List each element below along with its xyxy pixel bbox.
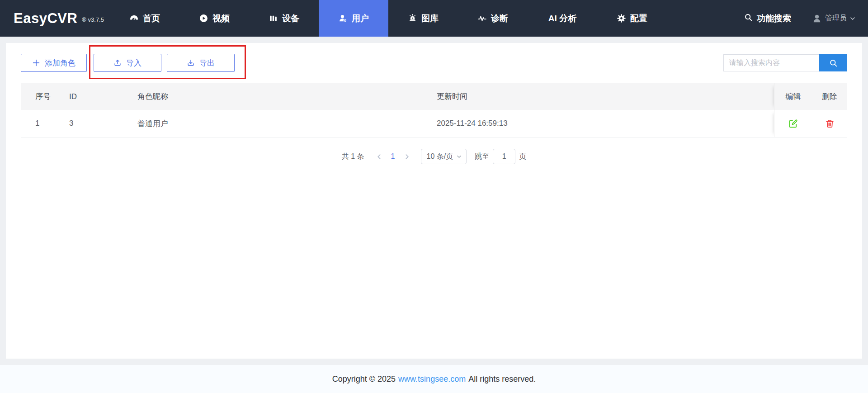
import-button[interactable]: 导入 (94, 54, 161, 72)
chevron-down-icon (457, 154, 462, 159)
chevron-right-icon (404, 154, 410, 160)
edit-icon (788, 119, 798, 128)
jump-prefix-label: 跳至 (475, 152, 489, 161)
prev-page-button[interactable] (372, 154, 387, 160)
top-navbar: EasyCVR ® v3.7.5 首页 视频 设备 用户 图库 诊断 AI 分析 (0, 0, 868, 37)
nav-item-user[interactable]: 用户 (319, 0, 388, 37)
device-icon (269, 14, 278, 23)
column-header-delete: 删除 (812, 83, 847, 110)
chevron-down-icon (850, 16, 855, 21)
add-role-button[interactable]: 添加角色 (21, 54, 87, 72)
column-header-edit: 编辑 (774, 83, 812, 110)
add-role-label: 添加角色 (45, 58, 75, 68)
download-icon (187, 59, 195, 67)
function-search-label: 功能搜索 (757, 13, 791, 24)
plus-icon (32, 59, 40, 67)
avatar-icon (812, 14, 822, 24)
search-button[interactable] (819, 54, 847, 71)
next-page-button[interactable] (400, 154, 415, 160)
row-index: 1 (21, 110, 69, 137)
pulse-icon (477, 14, 487, 23)
play-icon (199, 14, 208, 23)
export-button[interactable]: 导出 (167, 54, 235, 72)
row-updated-time: 2025-11-24 16:59:13 (437, 110, 774, 137)
brand: EasyCVR ® v3.7.5 (0, 0, 110, 37)
nav-item-label: 诊断 (491, 13, 508, 24)
app-logo: EasyCVR (14, 10, 77, 27)
column-header-id: ID (69, 83, 137, 110)
nav-item-label: 视频 (212, 13, 230, 24)
user-icon (338, 14, 348, 23)
alarm-icon (408, 14, 417, 23)
export-label: 导出 (199, 58, 215, 68)
page-number-1[interactable]: 1 (387, 152, 400, 161)
row-delete-cell (812, 110, 847, 137)
navbar-right: 功能搜索 管理员 (744, 0, 868, 37)
trash-icon (825, 119, 835, 128)
row-edit-cell (774, 110, 812, 137)
nav-item-gallery[interactable]: 图库 (388, 0, 458, 37)
nav-item-label: AI 分析 (548, 13, 576, 24)
nav-item-config[interactable]: 配置 (597, 0, 667, 37)
upload-icon (113, 59, 122, 67)
dashboard-icon (129, 14, 139, 23)
table-row: 1 3 普通用户 2025-11-24 16:59:13 (21, 110, 847, 137)
username-label: 管理员 (825, 14, 847, 23)
tsingsee-link[interactable]: www.tsingsee.com (398, 374, 466, 384)
row-id: 3 (69, 110, 137, 137)
nav-item-label: 配置 (630, 13, 647, 24)
table-search (723, 54, 847, 71)
nav-item-diagnosis[interactable]: 诊断 (458, 0, 528, 37)
search-icon (744, 13, 753, 24)
nav-item-label: 设备 (282, 13, 299, 24)
page-body: 添加角色 导入 导出 (0, 37, 868, 393)
delete-button[interactable] (824, 118, 835, 129)
jump-suffix-label: 页 (519, 152, 526, 161)
column-header-updated: 更新时间 (437, 83, 774, 110)
nav-item-device[interactable]: 设备 (249, 0, 319, 37)
row-role-name: 普通用户 (137, 110, 437, 137)
search-input[interactable] (723, 54, 819, 71)
column-header-name: 角色昵称 (137, 83, 437, 110)
pagination-total: 共 1 条 (342, 152, 364, 161)
chevron-left-icon (376, 154, 382, 160)
main-menu: 首页 视频 设备 用户 图库 诊断 AI 分析 配置 (110, 0, 667, 37)
content-card: 添加角色 导入 导出 (6, 43, 862, 359)
import-label: 导入 (126, 58, 142, 68)
nav-item-label: 用户 (352, 13, 369, 24)
column-header-index: 序号 (21, 83, 69, 110)
import-export-group: 导入 导出 (94, 54, 235, 72)
nav-item-label: 图库 (421, 13, 439, 24)
page-footer: Copyright © 2025 www.tsingsee.com All ri… (0, 365, 868, 393)
nav-item-ai-analysis[interactable]: AI 分析 (528, 0, 597, 37)
nav-item-label: 首页 (143, 13, 160, 24)
copyright-suffix: All rights reserved. (468, 374, 536, 384)
jump-page-input[interactable] (493, 149, 515, 164)
app-version: ® v3.7.5 (82, 16, 104, 23)
copyright-prefix: Copyright © 2025 (332, 374, 396, 384)
roles-table: 序号 ID 角色昵称 更新时间 编辑 删除 1 3 普通用户 2025-11-2… (21, 83, 847, 137)
pagination: 共 1 条 1 10 条/页 跳至 页 (21, 149, 847, 164)
toolbar: 添加角色 导入 导出 (21, 54, 847, 72)
edit-button[interactable] (788, 118, 799, 129)
table-header-row: 序号 ID 角色昵称 更新时间 编辑 删除 (21, 83, 847, 110)
page-size-select[interactable]: 10 条/页 (421, 149, 467, 164)
page-size-label: 10 条/页 (427, 152, 453, 161)
nav-item-home[interactable]: 首页 (110, 0, 179, 37)
gear-icon (617, 14, 626, 23)
function-search-button[interactable]: 功能搜索 (744, 13, 791, 24)
search-icon (829, 59, 838, 67)
user-menu[interactable]: 管理员 (812, 14, 855, 24)
nav-item-video[interactable]: 视频 (179, 0, 249, 37)
